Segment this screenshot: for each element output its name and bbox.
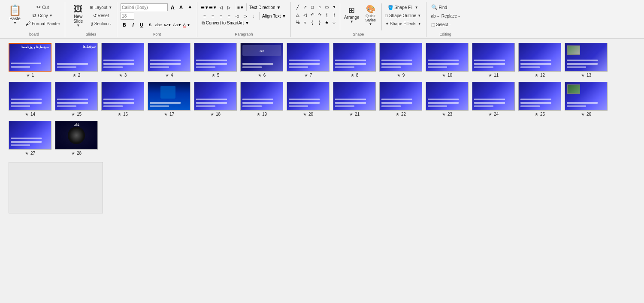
format-painter-button[interactable]: 🖌 Format Painter	[24, 20, 61, 27]
slide-thumb-25[interactable]	[518, 82, 561, 111]
clear-format-button[interactable]: ✦	[186, 3, 194, 11]
slide-thumb-9[interactable]	[379, 43, 422, 72]
slide-line	[289, 99, 320, 100]
quick-styles-label: QuickStyles	[365, 14, 376, 22]
slide-thumb-2[interactable]: سرفصل‌ها	[55, 43, 98, 72]
slide-thumb-5[interactable]	[194, 43, 237, 72]
slide-lines-14	[11, 98, 49, 108]
slide-thumb-26[interactable]	[565, 82, 608, 111]
slide-thumb-22[interactable]	[379, 82, 422, 111]
slide-line	[11, 99, 42, 100]
slide-line	[150, 66, 169, 68]
bracket-shape[interactable]: }	[331, 11, 338, 18]
slide-thumb-12[interactable]	[518, 43, 561, 72]
star4-shape[interactable]: ☆	[331, 19, 338, 26]
slide-thumb-8[interactable]	[333, 43, 376, 72]
slide-number-24: 24	[494, 112, 499, 117]
arrange-button[interactable]: ⊞ Arrange ▼	[342, 3, 361, 26]
star-shape[interactable]: %	[294, 19, 301, 26]
bullets-button[interactable]: ☰▼	[201, 3, 209, 11]
ltr-button[interactable]: ▷	[242, 12, 249, 20]
rect-shape[interactable]: □	[309, 3, 316, 10]
slide-thumb-10[interactable]	[426, 43, 469, 72]
squig-shape[interactable]: {	[309, 19, 316, 26]
slide-item-23: ★ 23	[426, 82, 469, 117]
slide-thumb-6[interactable]: متن	[240, 43, 283, 72]
slide-line	[335, 60, 366, 61]
slide-thumb-14[interactable]	[9, 82, 51, 111]
justify-button[interactable]: ≡	[225, 12, 233, 20]
curved-shape[interactable]: ↷	[316, 11, 323, 18]
decrease-font-size-button[interactable]: A	[177, 3, 185, 11]
bold-button[interactable]: B	[121, 21, 128, 29]
underline-button[interactable]: U	[138, 21, 145, 29]
numbering-button[interactable]: ☰▼	[209, 3, 217, 11]
increase-font-size-button[interactable]: A	[169, 3, 176, 11]
rtl-button[interactable]: ◁	[233, 12, 241, 20]
star3-shape[interactable]: ★	[324, 19, 330, 26]
triangle-shape[interactable]: △	[294, 11, 301, 18]
slide-line	[11, 141, 42, 143]
arrow-shape[interactable]: ↗	[302, 3, 308, 10]
circle-shape[interactable]: ○	[316, 3, 323, 10]
decrease-indent-button[interactable]: ◁	[217, 3, 225, 11]
slide-thumb-11[interactable]	[472, 43, 515, 72]
find-button[interactable]: 🔍 Find	[430, 3, 448, 11]
slides-content: 🖼 New Slide ▼ ⊞ Layout ▼ ↺ Reset	[68, 3, 114, 31]
rtri-shape[interactable]: ◁	[302, 11, 308, 18]
slide-thumb-16[interactable]	[101, 82, 144, 111]
curve2-shape[interactable]: ∩	[302, 19, 308, 26]
quick-styles-button[interactable]: 🎨 QuickStyles ▼	[362, 3, 379, 27]
shape-outline-button[interactable]: □ Shape Outline ▼	[384, 12, 423, 19]
pentagon-shape[interactable]: ↶	[309, 11, 316, 18]
more-shapes[interactable]: ▼	[331, 3, 338, 10]
copy-button[interactable]: ⧉ Copy ▼	[24, 12, 61, 19]
brace-shape[interactable]: {	[324, 11, 330, 18]
slide-thumb-13[interactable]	[565, 43, 608, 72]
slide-line	[289, 60, 320, 61]
columns-button[interactable]: ⫶	[250, 12, 257, 20]
star2-shape[interactable]: }	[316, 19, 323, 26]
select-button[interactable]: ⬚ Select -	[430, 21, 452, 28]
slide-star-24: ★	[488, 112, 492, 117]
slide-thumb-20[interactable]	[287, 82, 330, 111]
slide-thumb-28[interactable]: پایان	[55, 121, 98, 150]
slide-line	[196, 66, 215, 68]
layout-button[interactable]: ⊞ Layout ▼	[88, 3, 113, 11]
strikethrough-button[interactable]: S	[146, 21, 154, 29]
font-name-input[interactable]	[121, 3, 168, 11]
slide-thumb-7[interactable]	[287, 43, 330, 72]
replace-button[interactable]: ab↔ Replace -	[430, 12, 461, 20]
align-left-button[interactable]: ≡	[201, 12, 209, 20]
shape-effects-button[interactable]: ✦ Shape Effects ▼	[384, 20, 423, 27]
cut-button[interactable]: ✂ Cut	[24, 3, 61, 11]
slide-thumb-1[interactable]: سرفصل‌ها و روزنامه‌ها	[9, 43, 51, 72]
increase-indent-button[interactable]: ▷	[225, 3, 233, 11]
italic-button[interactable]: I	[129, 21, 137, 29]
paste-button[interactable]: 📋 Paste ▼	[7, 3, 23, 26]
slide-thumb-17[interactable]	[148, 82, 190, 111]
slide-thumb-24[interactable]	[472, 82, 515, 111]
slide-title-28: پایان	[57, 123, 96, 126]
align-right-button[interactable]: ≡	[217, 12, 225, 20]
shape-fill-button[interactable]: 🪣 Shape Fill ▼	[384, 3, 423, 11]
drawing-content: ╱ ↗ □ ○ ▭ ▼ △ ◁ ↶ ↷ { }	[293, 3, 423, 31]
line-shape[interactable]: ╱	[294, 3, 301, 10]
slide-thumb-27[interactable]	[9, 121, 51, 150]
font-size-input[interactable]	[121, 12, 134, 20]
rounded-rect-shape[interactable]: ▭	[324, 3, 330, 10]
section-button[interactable]: § Section -	[88, 20, 113, 27]
slide-thumb-4[interactable]	[148, 43, 190, 72]
align-center-button[interactable]: ≡	[209, 12, 217, 20]
slide-thumb-15[interactable]	[55, 82, 98, 111]
line-spacing-button[interactable]: ≡▼	[237, 3, 245, 11]
slide-thumb-3[interactable]	[101, 43, 144, 72]
slide-thumb-23[interactable]	[426, 82, 469, 111]
slide-thumb-19[interactable]	[240, 82, 283, 111]
reset-button[interactable]: ↺ Reset	[88, 12, 113, 19]
new-slide-button[interactable]: 🖼 New Slide ▼	[69, 3, 88, 28]
slide-thumb-18[interactable]	[194, 82, 237, 111]
slide-item-15: ★ 15	[55, 82, 98, 117]
slide-number-28: 28	[77, 151, 82, 156]
slide-thumb-21[interactable]	[333, 82, 376, 111]
